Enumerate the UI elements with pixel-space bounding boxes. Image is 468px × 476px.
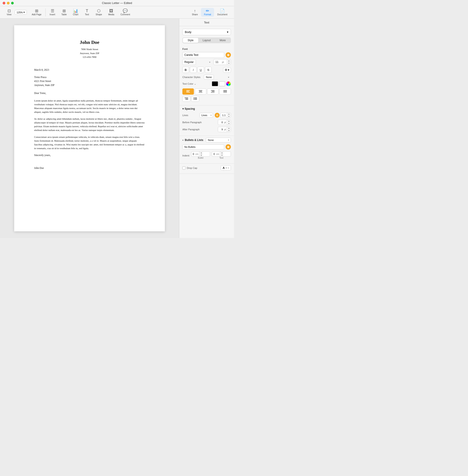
char-styles-select[interactable]: None: [204, 75, 214, 80]
format-label: Format: [204, 13, 211, 16]
align-justify-button[interactable]: [219, 89, 231, 95]
font-size-down[interactable]: ▼: [227, 62, 231, 64]
body-style-value: Body: [185, 30, 191, 34]
share-label: Share: [192, 13, 198, 16]
bullets-select[interactable]: None: [206, 138, 231, 143]
font-style-wrap: Regular Bold Italic: [182, 59, 212, 65]
spacing-section: ▾ Spacing Lines Lines ⊕ 1.1 ▲: [179, 105, 234, 136]
align-center-button[interactable]: [195, 89, 206, 95]
bold-button[interactable]: B: [182, 67, 189, 73]
panel-tabs: Style Layout More: [182, 37, 231, 43]
no-bullets-orange-btn[interactable]: ⊕: [226, 144, 231, 149]
after-paragraph-wrap: 9 pt ▲ ▼: [218, 127, 231, 132]
align-right-button[interactable]: [207, 89, 219, 95]
insert-button[interactable]: ☰ Insert: [46, 8, 58, 17]
share-button[interactable]: ↑ Share: [189, 8, 201, 17]
document-canvas[interactable]: John Doe 7890 Ninth Street Anytown, Stat…: [0, 19, 179, 238]
svg-rect-13: [186, 98, 188, 99]
lines-select-wrap: Lines: [199, 113, 213, 118]
font-size-up[interactable]: ▲: [227, 60, 231, 62]
lines-up[interactable]: ▲: [227, 113, 231, 115]
recipient-line1: Trenz Pruca: [34, 75, 145, 79]
zoom-button[interactable]: 125% ▾: [15, 10, 27, 15]
text-options-button[interactable]: ⚙ ▾: [223, 67, 231, 73]
before-paragraph-row: Before Paragraph 0 pt ▲ ▼: [182, 120, 231, 125]
titlebar: Classic Letter — Edited: [0, 0, 234, 6]
shape-button[interactable]: ⬡ Shape: [92, 8, 105, 17]
main-area: John Doe 7890 Ninth Street Anytown, Stat…: [0, 19, 234, 238]
after-paragraph-down[interactable]: ▼: [227, 129, 231, 132]
text-indent-down[interactable]: ▼: [220, 154, 224, 156]
char-styles-select-wrap: None: [202, 75, 231, 80]
lines-down[interactable]: ▼: [227, 115, 231, 118]
window-controls[interactable]: [3, 2, 14, 4]
body-style-dropdown[interactable]: Body ▾: [182, 29, 231, 35]
align-left-button[interactable]: [182, 89, 194, 95]
font-style-select[interactable]: Regular Bold Italic: [182, 59, 196, 65]
sender-address-line3: 123-456-7890: [34, 55, 145, 59]
lines-orange-btn[interactable]: ⊕: [215, 113, 219, 118]
color-swatch-white[interactable]: [219, 81, 225, 86]
bullet-indent-down[interactable]: ▼: [199, 154, 203, 156]
after-paragraph-value: 9: [218, 127, 224, 132]
chart-button[interactable]: 📊 Chart: [70, 8, 81, 17]
drop-cap-checkbox[interactable]: [182, 166, 186, 169]
svg-rect-10: [223, 91, 227, 91]
toolbar-separator-1: [45, 8, 46, 16]
font-name-input[interactable]: [182, 52, 224, 58]
sender-address-line2: Anytown, State ZIP: [34, 51, 145, 55]
tab-layout[interactable]: Layout: [199, 38, 214, 43]
view-button[interactable]: ⊡ View: [3, 8, 15, 17]
format-icon: ✏: [206, 9, 209, 13]
view-label: View: [7, 13, 12, 16]
text-button[interactable]: T Text: [81, 8, 92, 17]
color-picker-button[interactable]: [226, 81, 231, 86]
indent-decrease-button[interactable]: [182, 96, 190, 102]
recipient-line2: 4321 First Street: [34, 79, 145, 83]
strikethrough-button[interactable]: S: [205, 67, 212, 73]
drop-cap-preview[interactable]: A ≡ ▾: [221, 165, 231, 170]
maximize-button[interactable]: [11, 2, 14, 4]
svg-rect-5: [199, 92, 202, 92]
lines-select[interactable]: Lines: [199, 113, 213, 118]
before-paragraph-down[interactable]: ▼: [227, 122, 231, 125]
text-indent-up[interactable]: ▲: [220, 151, 224, 154]
after-paragraph-up[interactable]: ▲: [227, 127, 231, 129]
font-name-row: ⊕: [182, 52, 231, 58]
comment-button[interactable]: 💬 Comment: [117, 8, 133, 17]
gear-icon: ⚙: [225, 68, 227, 72]
indent-fields: 0 cm ▲ ▼ Bullet 0 cm: [191, 151, 231, 160]
after-paragraph-row: After Paragraph 9 pt ▲ ▼: [182, 127, 231, 132]
document-button[interactable]: 📄 Document: [214, 8, 231, 17]
spacing-header: ▾ Spacing: [182, 107, 231, 110]
tab-style[interactable]: Style: [183, 38, 198, 43]
media-button[interactable]: 🖼 Media: [105, 8, 117, 17]
letter-body[interactable]: Lorem ipsum dolor sit amet, ligula suspe…: [34, 99, 145, 150]
format-button[interactable]: ✏ Format: [201, 8, 214, 17]
indent-label: Indent:: [182, 154, 190, 157]
close-button[interactable]: [3, 2, 5, 4]
bullet-indent-up[interactable]: ▲: [199, 151, 203, 154]
drop-cap-label: Drop Cap: [187, 167, 221, 169]
text-color-chevron: ⌄: [194, 82, 196, 85]
tab-more[interactable]: More: [215, 38, 231, 43]
text-indent-value: 0: [212, 152, 216, 156]
align-right-icon: [211, 90, 215, 93]
color-swatch-black[interactable]: [212, 81, 218, 86]
underline-button[interactable]: U: [197, 67, 204, 73]
table-button[interactable]: ⊞ Table: [58, 8, 70, 17]
minimize-button[interactable]: [7, 2, 10, 4]
font-picker-button[interactable]: ⊕: [226, 52, 231, 58]
italic-button[interactable]: I: [190, 67, 197, 73]
svg-point-21: [193, 99, 194, 100]
svg-rect-8: [211, 92, 215, 92]
before-paragraph-up[interactable]: ▲: [227, 120, 231, 122]
add-page-button[interactable]: ⊞ Add Page: [29, 8, 44, 17]
drop-cap-row: Drop Cap A ≡ ▾: [182, 165, 231, 170]
no-bullets-input[interactable]: [182, 145, 224, 149]
text-color-row: Text Color ⌄: [182, 81, 231, 86]
svg-rect-6: [211, 90, 215, 91]
bullets-select-wrap: None: [206, 138, 231, 143]
before-paragraph-wrap: 0 pt ▲ ▼: [218, 120, 231, 125]
list-button[interactable]: [191, 96, 199, 102]
